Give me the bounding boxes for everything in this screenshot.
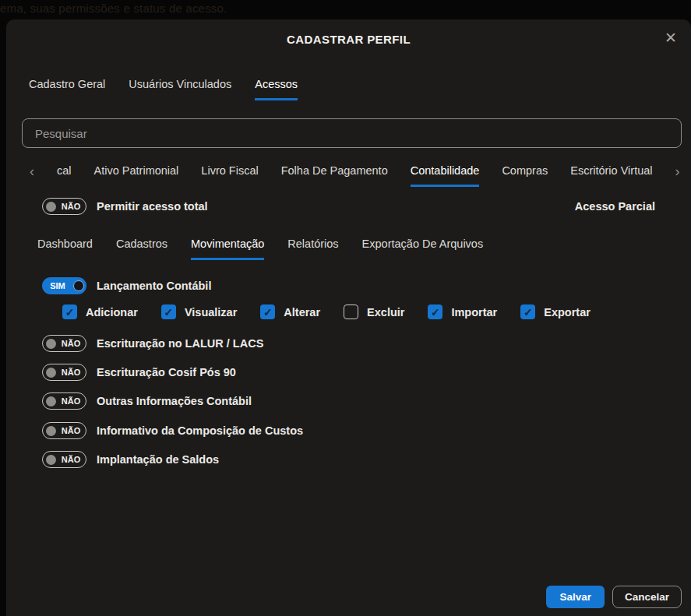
checkbox-unchecked-icon xyxy=(344,304,358,319)
checkbox-checked-icon: ✓ xyxy=(62,304,77,319)
tab-usuarios-vinculados[interactable]: Usuários Vinculados xyxy=(129,78,231,100)
permission-label: Escrituração no LALUR / LACS xyxy=(97,337,263,350)
chevron-right-icon[interactable]: › xyxy=(675,164,680,187)
toggle-state-label: NÃO xyxy=(56,339,86,348)
permission-row: SIM Lançamento Contábil xyxy=(42,277,211,294)
toggle-state-label: NÃO xyxy=(56,202,86,211)
check-icon: ✓ xyxy=(164,307,174,318)
outras-informacoes-contabil-toggle[interactable]: NÃO xyxy=(42,392,86,410)
section-tab-movimentacao[interactable]: Movimentação xyxy=(191,238,264,260)
checkbox-checked-icon: ✓ xyxy=(520,304,535,319)
permission-row: NÃO Outras Informações Contábil xyxy=(42,392,252,410)
close-icon[interactable]: ✕ xyxy=(661,29,680,48)
section-tabstrip: Dashboard Cadastros Movimentação Relatór… xyxy=(37,238,483,260)
permission-label: Escrituração Cosif Pós 90 xyxy=(97,366,236,378)
checkbox-label: Visualizar xyxy=(185,306,237,319)
toggle-knob xyxy=(46,396,56,407)
checkbox-alterar[interactable]: ✓ Alterar xyxy=(260,304,320,319)
section-tab-relatorios[interactable]: Relatórios xyxy=(287,238,338,260)
section-tab-cadastros[interactable]: Cadastros xyxy=(116,238,167,260)
checkbox-label: Adicionar xyxy=(86,306,138,319)
toggle-state-label: NÃO xyxy=(56,426,86,435)
checkbox-checked-icon: ✓ xyxy=(428,304,442,319)
toggle-knob xyxy=(73,280,84,291)
acesso-parcial-label: Acesso Parcial xyxy=(575,200,655,213)
lancamento-contabil-toggle[interactable]: SIM xyxy=(42,277,86,294)
check-icon: ✓ xyxy=(524,307,533,318)
module-tab-ativo-patrimonial[interactable]: Ativo Patrimonial xyxy=(94,164,179,187)
module-tab-livro-fiscal[interactable]: Livro Fiscal xyxy=(201,164,258,187)
checkbox-checked-icon: ✓ xyxy=(161,304,176,319)
module-tab-compras[interactable]: Compras xyxy=(502,164,548,187)
checkbox-excluir[interactable]: Excluir xyxy=(344,304,404,319)
section-tab-exportacao-de-arquivos[interactable]: Exportação De Arquivos xyxy=(362,238,484,260)
permission-row: NÃO Implantação de Saldos xyxy=(42,451,219,468)
tab-cadastro-geral[interactable]: Cadastro Geral xyxy=(29,78,105,100)
permission-row: NÃO Escrituração Cosif Pós 90 xyxy=(42,364,236,381)
permission-label: Implantação de Saldos xyxy=(97,453,219,466)
module-tab-escritorio-virtual[interactable]: Escritório Virtual xyxy=(570,164,652,187)
toggle-knob xyxy=(46,455,56,465)
permission-label: Lançamento Contábil xyxy=(97,280,211,292)
checkbox-label: Exportar xyxy=(544,306,591,319)
main-tabstrip: Cadastro Geral Usuários Vinculados Acess… xyxy=(29,78,298,100)
module-tab-folha-de-pagamento[interactable]: Folha De Pagamento xyxy=(281,164,388,187)
checkbox-exportar[interactable]: ✓ Exportar xyxy=(520,304,591,319)
informativo-composicao-custos-toggle[interactable]: NÃO xyxy=(42,422,86,439)
escrituracao-cosif-pos-90-toggle[interactable]: NÃO xyxy=(42,364,86,381)
escrituracao-lalur-lacs-toggle[interactable]: NÃO xyxy=(42,335,86,352)
save-button[interactable]: Salvar xyxy=(546,586,605,608)
chevron-left-icon[interactable]: ‹ xyxy=(30,164,34,187)
tab-acessos[interactable]: Acessos xyxy=(255,78,298,100)
checkbox-visualizar[interactable]: ✓ Visualizar xyxy=(161,304,237,319)
section-tab-dashboard[interactable]: Dashboard xyxy=(37,238,93,260)
toggle-knob xyxy=(46,202,56,212)
check-icon: ✓ xyxy=(431,307,440,318)
permission-label: Informativo da Composição de Custos xyxy=(97,424,303,437)
access-total-label: Permitir acesso total xyxy=(97,200,208,213)
checkbox-label: Excluir xyxy=(367,306,404,319)
permission-label: Outras Informações Contábil xyxy=(97,395,252,407)
cancel-button[interactable]: Cancelar xyxy=(612,586,682,608)
checkbox-label: Alterar xyxy=(284,306,320,319)
module-tab-fiscal[interactable]: cal xyxy=(57,164,72,187)
checkbox-importar[interactable]: ✓ Importar xyxy=(428,304,497,319)
access-total-row: NÃO Permitir acesso total xyxy=(42,198,208,215)
checkbox-adicionar[interactable]: ✓ Adicionar xyxy=(62,304,138,319)
toggle-state-label: NÃO xyxy=(56,396,86,406)
module-tabstrip: ‹ cal Ativo Patrimonial Livro Fiscal Fol… xyxy=(30,164,680,187)
toggle-state-label: SIM xyxy=(42,281,73,290)
toggle-state-label: NÃO xyxy=(56,368,86,377)
background-page-text: ema, suas permissões e status de acesso. xyxy=(0,2,227,15)
permission-row: NÃO Escrituração no LALUR / LACS xyxy=(42,335,263,352)
check-icon: ✓ xyxy=(263,307,273,318)
cadastrar-perfil-modal: CADASTRAR PERFIL ✕ Cadastro Geral Usuári… xyxy=(6,19,691,616)
check-icon: ✓ xyxy=(65,307,75,318)
search-input[interactable] xyxy=(22,118,682,148)
checkbox-checked-icon: ✓ xyxy=(260,304,275,319)
checkbox-label: Importar xyxy=(451,306,497,319)
toggle-knob xyxy=(46,339,56,349)
module-tab-contabilidade[interactable]: Contabilidade xyxy=(411,164,480,187)
toggle-knob xyxy=(46,368,56,378)
implantacao-de-saldos-toggle[interactable]: NÃO xyxy=(42,451,86,468)
permission-row: NÃO Informativo da Composição de Custos xyxy=(42,422,303,439)
access-total-toggle[interactable]: NÃO xyxy=(42,198,86,215)
toggle-state-label: NÃO xyxy=(56,455,86,464)
action-checkbox-row: ✓ Adicionar ✓ Visualizar ✓ Alterar Exclu… xyxy=(62,304,591,319)
toggle-knob xyxy=(46,426,56,436)
footer-actions: Salvar Cancelar xyxy=(546,586,682,608)
modal-title: CADASTRAR PERFIL xyxy=(6,33,691,46)
